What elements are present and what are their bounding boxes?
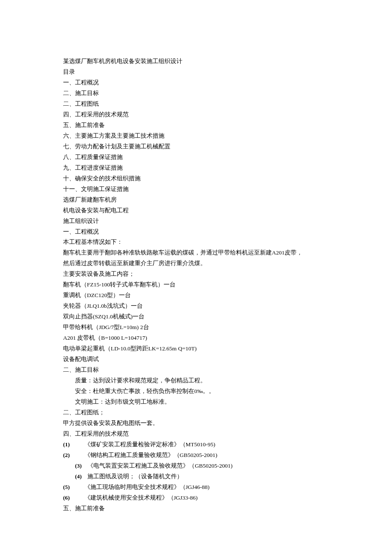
text-line: 选煤厂新建翻车机房 [63,195,329,205]
spec-text: 《钢结构工程施工质量验收规范》（GB50205-2001) [84,452,218,458]
text-line: 夹轮器（JLQ1.0b浅坑式）一台 [63,301,329,312]
text-line: 文明施工：达到市级文明工地标准。 [63,397,329,408]
text-line: 二、工程图纸 [63,99,329,110]
spec-number: (6) [63,494,70,501]
spec-number: (2) [63,452,70,458]
text-line: 目录 [63,67,329,78]
text-line: 某选煤厂翻车机房机电设备安装施工组织设计 [63,56,329,67]
text-line: 安全：杜绝重大伤亡事故，轻伤负伤率控制在0‰。。 [63,386,329,397]
spec-item: (5) 《施工现场临时用电安全技术规程》（JGJ46-88) [63,482,329,493]
text-line: 施工组织设计 [63,216,329,227]
spec-gap [82,473,88,480]
spec-text: 《建筑机械使用安全技术规程》（JGJ33-86) [84,494,198,501]
text-line: A201 皮带机（B=1000 L=104717) [63,333,329,344]
spec-gap [70,484,84,490]
spec-item: (1) 《煤矿安装工程质量检验评定标准》（MT5010-95) [63,439,329,450]
spec-number: (1) [63,441,70,448]
spec-number: (3) [75,462,82,469]
tail-line: 五、施工前准备 [63,503,329,514]
text-line: 翻车机（FZ15-100转子式单车翻车机）一台 [63,280,329,290]
document-page: 某选煤厂翻车机房机电设备安装施工组织设计目录一、工程概况二、施工目标二、工程图纸… [0,0,392,548]
spec-gap [70,441,84,448]
text-line: 重调机（DZC120型）一台 [63,290,329,301]
text-line: 四、工程采用的技术规范 [63,429,329,439]
spec-number: (5) [63,484,70,490]
text-line: 然后通过皮带转载运至新建重介主厂房进行重介洗煤。 [63,258,329,269]
text-line: 六、主要施工方案及主要施工技术措施 [63,131,329,142]
text-line: 双向止挡器(SZQ1.0机械式)一台 [63,312,329,322]
spec-number: (4) [75,473,82,480]
spec-gap [70,494,84,501]
text-line: 主要安装设备及施工内容； [63,269,329,280]
text-line: 四、工程采用的技术规范 [63,110,329,120]
text-line: 机电设备安装与配电工程 [63,205,329,216]
text-line: 质量：达到设计要求和规范规定，争创精品工程。 [63,376,329,386]
tech-spec-list: (1) 《煤矿安装工程质量检验评定标准》（MT5010-95)(2) 《钢结构工… [63,439,329,503]
spec-item: (4) 施工图纸及说明；（设备随机文件） [63,471,329,482]
text-line: 设备配电调试 [63,354,329,365]
text-line: 十、确保安全的技术组织措施 [63,173,329,184]
document-body: 某选煤厂翻车机房机电设备安装施工组织设计目录一、工程概况二、施工目标二、工程图纸… [63,56,329,439]
text-line: 五、施工前准备 [63,120,329,131]
text-line: 八、工程质量保证措施 [63,152,329,163]
text-line: 翻车机主要用于翻卸各种准轨铁路敞车运载的煤碳，并通过甲带给料机运至新建A201皮… [63,248,329,258]
spec-text: 《电气装置安装工程施工及验收规范》（GB50205-2001) [87,462,233,469]
spec-gap [70,452,84,458]
text-line: 九、工程进度保证措施 [63,163,329,173]
spec-text: 施工图纸及说明；（设备随机文件） [87,473,183,480]
spec-item: (6) 《建筑机械使用安全技术规程》（JGJ33-86) [63,493,329,503]
text-line: 一、工程概况 [63,227,329,237]
text-line: 二、工程图纸； [63,408,329,418]
spec-item: (3) 《电气装置安装工程施工及验收规范》（GB50205-2001) [63,461,329,471]
text-line: 二、施工目标 [63,365,329,376]
spec-text: 《煤矿安装工程质量检验评定标准》（MT5010-95) [84,441,216,448]
spec-item: (2) 《钢结构工程施工质量验收规范》（GB50205-2001) [63,450,329,461]
text-line: 七、劳动力配备计划及主要施工机械配置 [63,142,329,152]
text-line: 二、施工目标 [63,88,329,99]
text-line: 甲带给料机（JDG/7型L=10m) 2台 [63,322,329,333]
text-line: 本工程基本情况如下： [63,237,329,248]
spec-text: 《施工现场临时用电安全技术规程》（JGJ46-88) [84,484,210,490]
text-line: 电动单梁起重机（LD-10.0型跨距LK=12.65m Q=10T) [63,344,329,354]
text-line: 甲方提供设备安装及配电图纸一套。 [63,418,329,429]
spec-gap [82,462,88,469]
text-line: 一、工程概况 [63,78,329,88]
text-line: 十一、文明施工保证措施 [63,184,329,195]
